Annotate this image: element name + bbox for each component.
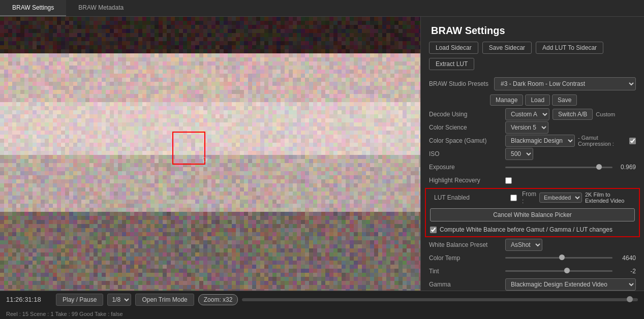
manage-button[interactable]: Manage: [490, 94, 523, 106]
gamut-compression-label: - Gamut Compression :: [578, 135, 626, 147]
color-science-select[interactable]: Version 5: [505, 121, 548, 134]
exposure-content: 0.969: [505, 164, 636, 171]
action-buttons-row: Load Sidecar Save Sidecar Add LUT To Sid…: [421, 42, 644, 75]
switch-ab-button[interactable]: Switch A/B: [553, 109, 593, 120]
main-layout: ☞ BRAW Settings Load Sidecar Save Sideca…: [0, 17, 644, 291]
reel-info: Reel : 15 Scene : 1 Take : 99 Good Take …: [6, 311, 123, 317]
bottom-bar-top: 11:26:31:18 Play / Pause 1/8 Open Trim M…: [6, 294, 638, 306]
exposure-label: Exposure: [429, 164, 505, 171]
lut-from-label: From :: [522, 190, 536, 205]
gamma-row: Gamma Blackmagic Design Extended Video: [421, 278, 644, 291]
gamma-content: Blackmagic Design Extended Video: [505, 278, 636, 291]
load-sidecar-button[interactable]: Load Sidecar: [429, 42, 478, 54]
zoom-badge: Zoom: x32: [198, 294, 238, 305]
exposure-row: Exposure 0.969: [421, 161, 644, 174]
wb-compute-row: Compute White Balance before Gamut / Gam…: [430, 226, 635, 234]
video-preview-area[interactable]: ☞: [0, 17, 420, 291]
lut-enabled-content: From : Embedded 2K Film to Extended Vide…: [510, 190, 631, 205]
bottom-bar: 11:26:31:18 Play / Pause 1/8 Open Trim M…: [0, 291, 644, 319]
lut-enabled-label: LUT Enabled: [434, 194, 510, 201]
highlight-recovery-content: [505, 177, 636, 184]
color-temp-slider[interactable]: [505, 257, 612, 259]
decode-using-label: Decode Using: [429, 111, 505, 118]
preset-buttons-row: Manage Load Save: [421, 92, 644, 108]
color-space-row: Color Space (Gamut) Blackmagic Design - …: [421, 134, 644, 147]
presets-label: BRAW Studio Presets: [429, 80, 490, 87]
save-sidecar-button[interactable]: Save Sidecar: [482, 42, 532, 54]
add-lut-sidecar-button[interactable]: Add LUT To Sidecar: [536, 42, 603, 54]
highlight-recovery-checkbox[interactable]: [505, 177, 512, 184]
color-temp-value: 4640: [616, 254, 636, 262]
iso-label: ISO: [429, 150, 505, 157]
iso-content: 500: [505, 148, 636, 160]
iso-select[interactable]: 500: [505, 148, 533, 160]
lut-from-select[interactable]: Embedded: [539, 193, 582, 203]
color-space-content: Blackmagic Design - Gamut Compression :: [505, 135, 636, 147]
tint-row: Tint -2: [421, 265, 644, 278]
color-temp-content: 4640: [505, 254, 636, 262]
white-balance-preset-content: AsShot: [505, 239, 636, 251]
color-temp-label: Color Temp: [429, 254, 505, 262]
gamma-label: Gamma: [429, 281, 505, 288]
white-balance-preset-row: White Balance Preset AsShot: [421, 238, 644, 251]
lut-section: LUT Enabled From : Embedded 2K Film to E…: [425, 188, 640, 237]
presets-row: BRAW Studio Presets #3 - Dark Room - Low…: [421, 75, 644, 92]
scrubber-thumb[interactable]: [627, 296, 633, 302]
scrubber[interactable]: [242, 298, 638, 301]
gamma-select[interactable]: Blackmagic Design Extended Video: [505, 278, 636, 291]
top-tab-bar: BRAW Settings BRAW Metadata: [0, 0, 644, 17]
preset-dropdown[interactable]: #3 - Dark Room - Low Contrast: [494, 77, 636, 90]
fraction-select[interactable]: 1/8: [107, 294, 131, 306]
wb-compute-checkbox[interactable]: [430, 227, 437, 233]
exposure-thumb[interactable]: [596, 164, 602, 170]
color-space-select[interactable]: Blackmagic Design: [505, 135, 575, 147]
extract-lut-button[interactable]: Extract LUT: [429, 58, 474, 70]
iso-row: ISO 500: [421, 147, 644, 161]
exposure-slider[interactable]: [505, 167, 612, 168]
wb-popup-container: Cancel White Balance Picker Compute Whit…: [426, 206, 639, 236]
color-temp-thumb[interactable]: [559, 254, 565, 260]
tint-content: -2: [505, 268, 636, 275]
gamut-compression-checkbox[interactable]: [629, 138, 636, 144]
cancel-wb-picker-button[interactable]: Cancel White Balance Picker: [430, 208, 635, 221]
tint-label: Tint: [429, 268, 505, 275]
color-temp-row: Color Temp 4640: [421, 251, 644, 265]
color-space-label: Color Space (Gamut): [429, 137, 505, 144]
decode-using-content: Custom A Switch A/B Custom: [505, 108, 636, 120]
decode-using-row: Decode Using Custom A Switch A/B Custom: [421, 108, 644, 121]
preset-mini-buttons: Manage Load Save: [490, 94, 577, 106]
white-balance-preset-label: White Balance Preset: [429, 241, 505, 248]
selection-box[interactable]: [172, 132, 205, 165]
highlight-recovery-row: Highlight Recovery: [421, 174, 644, 187]
video-canvas: [0, 17, 420, 291]
tint-slider[interactable]: [505, 270, 612, 272]
decode-using-select[interactable]: Custom A: [505, 108, 549, 120]
panel-title: BRAW Settings: [421, 17, 644, 42]
exposure-value: 0.969: [616, 164, 636, 171]
wb-compute-label: Compute White Balance before Gamut / Gam…: [440, 226, 612, 234]
save-button[interactable]: Save: [552, 94, 577, 106]
tab-braw-settings[interactable]: BRAW Settings: [0, 0, 66, 16]
color-science-row: Color Science Version 5: [421, 121, 644, 134]
tab-braw-metadata[interactable]: BRAW Metadata: [66, 0, 136, 16]
lut-enabled-row: LUT Enabled From : Embedded 2K Film to E…: [426, 189, 639, 206]
play-pause-button[interactable]: Play / Pause: [56, 294, 103, 306]
white-balance-preset-select[interactable]: AsShot: [505, 239, 542, 251]
open-trim-button[interactable]: Open Trim Mode: [135, 294, 194, 306]
highlight-recovery-label: Highlight Recovery: [429, 177, 505, 184]
custom-badge: Custom: [596, 111, 615, 117]
color-science-content: Version 5: [505, 121, 636, 134]
timecode-display: 11:26:31:18: [6, 296, 52, 303]
color-science-label: Color Science: [429, 124, 505, 131]
load-button[interactable]: Load: [525, 94, 550, 106]
lut-enabled-checkbox[interactable]: [510, 195, 517, 201]
right-panel: BRAW Settings Load Sidecar Save Sidecar …: [420, 17, 644, 291]
tint-value: -2: [616, 268, 636, 275]
lut-to-value: 2K Film to Extended Video: [585, 192, 631, 204]
tint-thumb[interactable]: [564, 268, 570, 273]
